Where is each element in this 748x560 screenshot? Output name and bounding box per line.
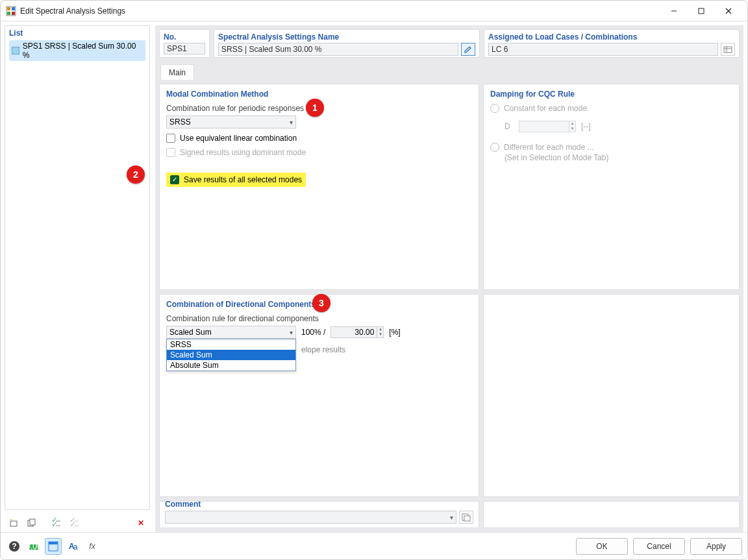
cancel-button[interactable]: Cancel <box>633 538 685 555</box>
envelope-hint: elope results <box>301 345 345 354</box>
modal-rule-select[interactable]: SRSS ▾ <box>166 116 296 128</box>
svg-text:fx: fx <box>89 542 95 551</box>
assigned-pick-button[interactable] <box>721 43 735 56</box>
minimize-button[interactable] <box>660 2 688 20</box>
delete-button[interactable]: ✕ <box>133 515 149 531</box>
comment-title: Comment <box>165 500 456 509</box>
modal-rule-value: SRSS <box>169 117 191 127</box>
save-results-label: Save results of all selected modes <box>184 175 302 184</box>
option-scaled-sum[interactable]: Scaled Sum <box>167 350 295 360</box>
signed-results-checkbox <box>166 148 175 157</box>
directional-card: Combination of Directional Components 3 … <box>159 294 479 497</box>
window-title: Edit Spectral Analysis Settings <box>20 6 660 16</box>
uncheck-all-button[interactable]: ✓✓ <box>67 515 82 531</box>
help-button[interactable]: ? <box>6 538 23 555</box>
chevron-down-icon: ▾ <box>450 514 453 521</box>
save-results-checkbox[interactable] <box>170 175 179 184</box>
modal-combination-card: Modal Combination Method Combination rul… <box>159 84 479 290</box>
use-equiv-label: Use equivalent linear combination <box>180 134 297 143</box>
list-item-label: SPS1 SRSS | Scaled Sum 30.00 % <box>23 42 143 60</box>
modal-title: Modal Combination Method <box>166 90 472 99</box>
percent-spinner[interactable]: ▲▼ <box>377 327 383 337</box>
percent-value: 30.00 <box>331 328 377 337</box>
save-results-row[interactable]: Save results of all selected modes <box>166 173 306 187</box>
signed-results-row: Signed results using dominant mode <box>166 148 472 157</box>
percent-unit: [%] <box>389 328 400 337</box>
list-panel: List SPS1 SRSS | Scaled Sum 30.00 % <box>5 25 150 510</box>
d-row: D ▲▼ [--] <box>505 121 732 132</box>
maximize-button[interactable] <box>688 2 715 20</box>
close-icon: ✕ <box>138 518 144 528</box>
option-srss[interactable]: SRSS <box>167 339 295 350</box>
name-label: Spectral Analysis Settings Name <box>218 32 475 42</box>
damping-title: Damping for CQC Rule <box>490 90 732 99</box>
directional-rule-value: Scaled Sum <box>169 328 212 337</box>
font-settings-button[interactable]: Aa <box>64 538 81 555</box>
svg-rect-12 <box>30 519 35 525</box>
directional-rule-label: Combination rule for directional compone… <box>166 314 472 323</box>
list-panel-column: List SPS1 SRSS | Scaled Sum 30.00 % ✓✓ ✓… <box>5 25 150 532</box>
svg-rect-6 <box>699 8 704 14</box>
close-button[interactable] <box>715 2 742 20</box>
different-mode-row: Different for each mode ... <box>490 143 732 152</box>
d-unit: [--] <box>581 122 591 131</box>
svg-rect-2 <box>12 7 15 10</box>
svg-text:0.00: 0.00 <box>28 542 40 551</box>
directional-rule-select[interactable]: Scaled Sum ▾ SRSS Scaled Sum Absolute Su… <box>166 326 296 339</box>
no-field[interactable] <box>164 43 205 55</box>
comment-pick-button[interactable] <box>459 511 473 524</box>
main-column: No. Spectral Analysis Settings Name Assi… <box>155 25 743 532</box>
list-item-icon <box>12 47 19 55</box>
svg-rect-9 <box>10 521 17 526</box>
ok-button[interactable]: OK <box>576 538 628 555</box>
constant-mode-label: Constant for each mode <box>504 104 587 113</box>
empty-card <box>483 294 740 497</box>
rename-button[interactable] <box>461 43 475 56</box>
svg-text:?: ? <box>12 542 16 551</box>
use-equiv-row[interactable]: Use equivalent linear combination <box>166 134 472 143</box>
constant-mode-radio <box>490 104 499 113</box>
constant-mode-row: Constant for each mode <box>490 104 732 113</box>
svg-rect-4 <box>12 12 15 15</box>
annotation-1: 1 <box>306 99 324 117</box>
comment-card: Comment ▾ <box>159 501 479 528</box>
damping-card: Damping for CQC Rule Constant for each m… <box>483 84 740 290</box>
no-panel: No. <box>159 29 210 58</box>
svg-text:a: a <box>73 542 78 552</box>
new-item-button[interactable] <box>6 515 21 531</box>
percent-value-field[interactable]: 30.00 ▲▼ <box>330 326 384 338</box>
use-equiv-checkbox[interactable] <box>166 134 175 143</box>
view-mode-button[interactable] <box>45 538 62 555</box>
different-mode-label: Different for each mode ... <box>504 143 594 152</box>
app-icon <box>6 6 16 16</box>
apply-button[interactable]: Apply <box>690 538 742 555</box>
signed-results-label: Signed results using dominant mode <box>180 148 306 157</box>
comment-select[interactable]: ▾ <box>165 511 456 524</box>
svg-rect-21 <box>724 47 732 53</box>
no-label: No. <box>164 32 205 42</box>
percent-100-label: 100% / <box>301 328 325 337</box>
check-all-button[interactable]: ✓✓ <box>49 515 64 531</box>
d-value-field: ▲▼ <box>519 121 576 132</box>
chevron-down-icon: ▾ <box>290 329 293 336</box>
units-button[interactable]: 0.00 <box>25 538 42 555</box>
d-label: D <box>505 122 514 131</box>
different-mode-radio <box>490 143 499 152</box>
name-field[interactable] <box>218 43 458 56</box>
option-absolute-sum[interactable]: Absolute Sum <box>167 360 295 371</box>
titlebar: Edit Spectral Analysis Settings <box>1 1 747 21</box>
directional-rule-dropdown[interactable]: SRSS Scaled Sum Absolute Sum <box>166 339 296 371</box>
svg-rect-31 <box>49 542 58 544</box>
assigned-label: Assigned to Load Cases / Combinations <box>488 32 735 42</box>
assigned-panel: Assigned to Load Cases / Combinations <box>484 29 740 58</box>
chevron-down-icon: ▾ <box>290 119 293 126</box>
function-button[interactable]: fx <box>84 538 101 555</box>
list-item[interactable]: SPS1 SRSS | Scaled Sum 30.00 % <box>9 40 145 61</box>
tab-main[interactable]: Main <box>160 64 194 80</box>
assigned-field[interactable] <box>488 43 718 56</box>
annotation-2: 2 <box>127 165 145 184</box>
annotation-3: 3 <box>312 294 330 312</box>
svg-rect-25 <box>464 516 470 521</box>
copy-item-button[interactable] <box>24 515 40 531</box>
svg-rect-1 <box>7 7 10 10</box>
